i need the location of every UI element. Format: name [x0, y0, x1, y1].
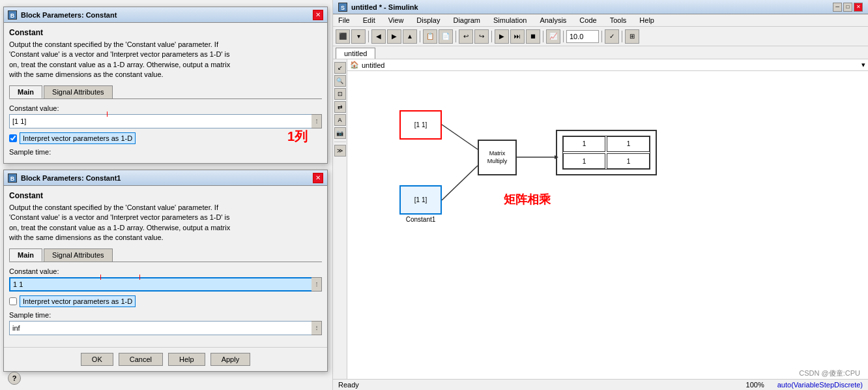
block-type-label-1: Constant: [9, 28, 322, 37]
toolbar-grid[interactable]: ⊞: [625, 29, 639, 44]
sidebar-arrow[interactable]: ↙: [334, 62, 346, 74]
sidebar-fit[interactable]: ⊡: [334, 88, 346, 100]
toolbar-stop[interactable]: ⏹: [526, 29, 540, 44]
menu-diagram[interactable]: Diagram: [450, 16, 483, 25]
toolbar-redo[interactable]: ↪: [474, 29, 489, 44]
checkbox-row-1: Interpret vector parameters as 1-D: [9, 132, 322, 144]
close-button-2[interactable]: ✕: [313, 173, 323, 183]
constant-value-wrapper-2: ⋮: [9, 277, 322, 292]
block-type-label-2: Constant: [9, 191, 322, 200]
toolbar: ⬛ ▾ ◀ ▶ ▲ 📋 📄 ↩ ↪ ▶ ⏭ ⏹ 📈 ✓ ⊞: [333, 27, 868, 46]
window-controls: ─ □ ✕: [833, 3, 863, 12]
toolbar-step[interactable]: ⏭: [510, 29, 525, 44]
expand-arrow-st-2[interactable]: ⋮: [311, 321, 322, 335]
sidebar-arrows[interactable]: ⇄: [334, 101, 346, 113]
toolbar-back[interactable]: ◀: [371, 29, 386, 44]
toolbar-forward[interactable]: ▶: [387, 29, 401, 44]
tab-main-1[interactable]: Main: [9, 85, 42, 98]
constant-value-label-1: Constant value:: [9, 104, 322, 112]
dialog-buttons: OK Cancel Help Apply: [4, 347, 327, 371]
status-right-group: 100% auto(VariableStepDiscrete): [746, 381, 863, 389]
help-icon[interactable]: ?: [8, 372, 21, 385]
close-win-button[interactable]: ✕: [854, 3, 863, 12]
svg-line-1: [442, 166, 478, 200]
sim-tab-untitled[interactable]: untitled: [336, 48, 375, 59]
menu-edit[interactable]: Edit: [360, 16, 378, 25]
minimize-button[interactable]: ─: [833, 3, 842, 12]
block-matrix-multiply[interactable]: MatrixMultiply: [478, 140, 517, 175]
toolbar-up[interactable]: ▲: [403, 29, 417, 44]
toolbar-paste[interactable]: 📄: [439, 29, 453, 44]
tab-signal-attrs-2[interactable]: Signal Attributes: [44, 248, 113, 262]
menu-display[interactable]: Display: [414, 16, 442, 25]
menu-view[interactable]: View: [386, 16, 407, 25]
block-description-2: Output the constant specified by the 'Co…: [9, 203, 322, 243]
menu-help[interactable]: Help: [637, 16, 657, 25]
ok-button[interactable]: OK: [81, 353, 113, 366]
toolbar-undo[interactable]: ↩: [459, 29, 473, 44]
cancel-button[interactable]: Cancel: [119, 353, 163, 366]
block-constant1[interactable]: [1 1]: [399, 185, 442, 215]
menu-file[interactable]: File: [336, 16, 353, 25]
help-button[interactable]: Help: [168, 353, 205, 366]
tab-main-2[interactable]: Main: [9, 248, 42, 262]
sidebar-camera[interactable]: 📷: [334, 127, 346, 139]
toolbar-btn-1[interactable]: ⬛: [336, 29, 350, 44]
toolbar-sep-5: [543, 31, 543, 42]
interpret-checkbox-2[interactable]: [9, 297, 17, 305]
sample-time-label-1: Sample time:: [9, 148, 322, 156]
expand-arrow-2[interactable]: ⋮: [311, 277, 322, 292]
status-text: Ready: [338, 381, 359, 389]
simulink-title: untitled * - Simulink: [351, 3, 418, 11]
constant-value-label-2: Constant value:: [9, 267, 322, 275]
sample-time-input-2[interactable]: [9, 321, 322, 335]
block-icon-2: B: [8, 173, 17, 183]
sample-time-label-2: Sample time:: [9, 311, 322, 319]
checkbox-label-1: Interpret vector parameters as 1-D: [20, 132, 136, 144]
menubar: File Edit View Display Diagram Simulatio…: [333, 14, 868, 27]
menu-analysis[interactable]: Analysis: [537, 16, 569, 25]
toolbar-play[interactable]: ▶: [495, 29, 509, 44]
dialog-constant1: B Block Parameters: Constant1 ✕ Constant…: [3, 170, 328, 372]
constant-value-input-2[interactable]: [9, 277, 322, 292]
tab-signal-attrs-1[interactable]: Signal Attributes: [44, 85, 113, 98]
block-constant[interactable]: [1 1]: [399, 110, 442, 140]
toolbar-sep-6: [563, 31, 564, 42]
dialog-titlebar-1: B Block Parameters: Constant ✕: [4, 7, 327, 23]
sidebar-expand[interactable]: ≫: [334, 145, 346, 157]
svg-line-0: [442, 125, 478, 149]
constant-value-input-1[interactable]: [9, 114, 322, 128]
maximize-button[interactable]: □: [843, 3, 852, 12]
close-button-1[interactable]: ✕: [313, 10, 323, 20]
menu-simulation[interactable]: Simulation: [491, 16, 529, 25]
block-output[interactable]: 1 1 1 1: [556, 130, 657, 175]
apply-button[interactable]: Apply: [210, 353, 251, 366]
toolbar-copy[interactable]: 📋: [423, 29, 437, 44]
sim-breadcrumb: 🏠 untitled ▾: [347, 59, 868, 71]
sim-time-input[interactable]: [566, 30, 599, 43]
constant-label: [1 1]: [414, 121, 427, 128]
sim-canvas[interactable]: [1 1] [1 1] Constant1 MatrixMultiply 1 1: [347, 71, 868, 379]
sidebar-sep: [334, 142, 346, 142]
interpret-checkbox-1[interactable]: [9, 134, 17, 142]
annotation-1col: 1列: [287, 128, 308, 145]
sim-tabs: untitled: [333, 46, 868, 59]
dialog-titlebar-2: B Block Parameters: Constant1 ✕: [4, 170, 327, 186]
sim-sidebar: ↙ 🔍 ⊡ ⇄ A 📷 ≫: [333, 59, 347, 379]
sidebar-zoom-in[interactable]: 🔍: [334, 75, 346, 87]
matrix-multiply-label: MatrixMultiply: [487, 150, 508, 165]
dialog-title-1: Block Parameters: Constant: [21, 11, 117, 19]
breadcrumb-dropdown[interactable]: ▾: [861, 61, 865, 69]
menu-tools[interactable]: Tools: [607, 16, 629, 25]
sidebar-text[interactable]: A: [334, 114, 346, 126]
menu-code[interactable]: Code: [577, 16, 599, 25]
toolbar-scope[interactable]: 📈: [546, 29, 560, 44]
constant1-label: [1 1]: [414, 196, 427, 203]
toolbar-btn-2[interactable]: ▾: [351, 29, 366, 44]
toolbar-check[interactable]: ✓: [605, 29, 619, 44]
solver-info: auto(VariableStepDiscrete): [777, 381, 863, 389]
breadcrumb-icon: 🏠: [350, 61, 359, 69]
expand-arrow-1[interactable]: ⋮: [311, 114, 322, 128]
checkbox-label-2: Interpret vector parameters as 1-D: [20, 295, 136, 307]
breadcrumb-text: untitled: [362, 61, 384, 69]
